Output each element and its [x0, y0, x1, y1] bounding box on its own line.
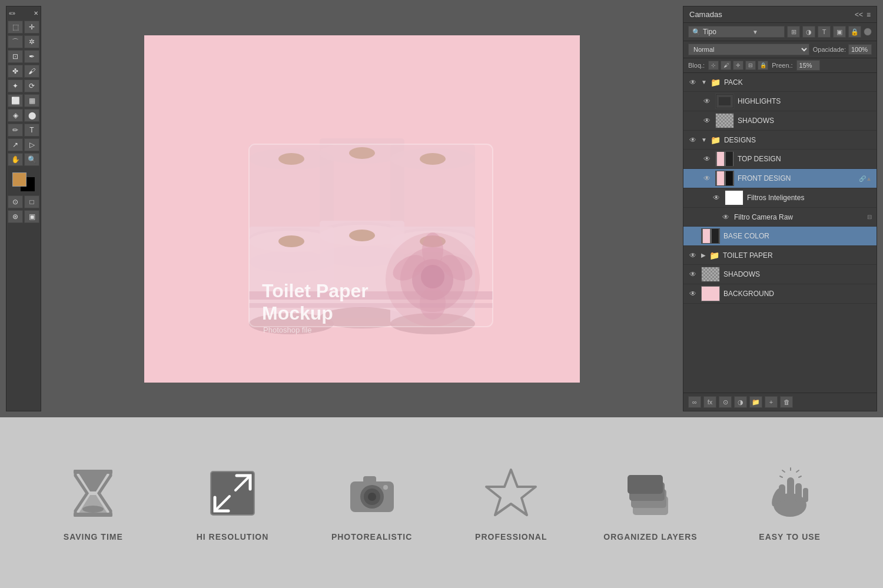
- hand-tool[interactable]: ✋: [8, 153, 23, 166]
- text-tool[interactable]: T: [24, 124, 39, 137]
- top-area: «» ✕ ⬚ ✛ ⌒ ✲ ⊡ ✒ ✤ 🖌 ✦ ⟳ ⬜ ▦ ◈ ⬤: [0, 0, 883, 417]
- layer-item-highlights[interactable]: 👁 HIGHLIGHTS: [683, 92, 877, 111]
- path-tool[interactable]: ↗: [8, 138, 23, 151]
- layer-item-background[interactable]: 👁 BACKGROUND: [683, 284, 877, 304]
- filter-btn-1[interactable]: ⊞: [787, 26, 800, 38]
- layer-item-designs[interactable]: 👁 ▼ 📁 DESIGNS: [683, 131, 877, 150]
- color-swatches[interactable]: [12, 172, 35, 191]
- screen-mode-tool[interactable]: □: [24, 195, 39, 208]
- pen-tool[interactable]: ✏: [8, 124, 23, 137]
- tool-row-6: ⬜ ▦: [8, 94, 39, 107]
- collapse-arrow-pack[interactable]: ▼: [701, 79, 707, 85]
- layer-item-pack[interactable]: 👁 ▼ 📁 PACK: [683, 73, 877, 92]
- blur-tool[interactable]: ◈: [8, 109, 23, 122]
- new-layer-btn[interactable]: +: [765, 396, 778, 408]
- opacity-input[interactable]: [848, 44, 872, 55]
- filtro-icon: ⊟: [867, 214, 872, 220]
- fill-value-input[interactable]: [796, 60, 820, 71]
- layer-eye-shadows2[interactable]: 👁: [688, 270, 698, 278]
- adjustment-btn[interactable]: ◑: [734, 396, 747, 408]
- layer-item-top-design[interactable]: 👁 TOP DESIGN: [683, 150, 877, 169]
- layer-item-filtros[interactable]: 👁 Filtros Inteligentes: [683, 188, 877, 208]
- eraser-tool[interactable]: ⬜: [8, 94, 23, 107]
- heal-tool[interactable]: ✤: [8, 65, 23, 78]
- lock-position-btn[interactable]: ⊹: [708, 61, 719, 70]
- mask-btn[interactable]: ⊙: [719, 396, 732, 408]
- opacity-label: Opacidade:: [813, 46, 846, 53]
- filter-btn-4[interactable]: ▣: [833, 26, 846, 38]
- layer-eye-top-design[interactable]: 👁: [702, 155, 712, 163]
- lock-artboards-btn[interactable]: ⊟: [745, 61, 756, 70]
- gradient-tool[interactable]: ▦: [24, 94, 39, 107]
- layer-search-input[interactable]: [703, 28, 750, 36]
- filter-btn-5[interactable]: 🔒: [848, 26, 861, 38]
- toolbar-collapse-btn[interactable]: «»: [9, 10, 15, 16]
- layer-eye-background[interactable]: 👁: [688, 290, 698, 298]
- layer-eye-highlights[interactable]: 👁: [702, 97, 712, 105]
- layer-item-shadows2[interactable]: 👁 SHADOWS: [683, 265, 877, 284]
- filter-toggle[interactable]: [864, 28, 872, 36]
- search-dropdown-icon[interactable]: ▼: [752, 29, 758, 35]
- layer-name-front-design: FRONT DESIGN: [738, 174, 855, 182]
- layer-item-base-color[interactable]: BASE COLOR: [683, 227, 877, 246]
- feature-easy-to-use: EASY TO USE: [737, 464, 843, 542]
- mask-tool[interactable]: ⊙: [8, 195, 23, 208]
- brush-tool[interactable]: 🖌: [24, 65, 39, 78]
- layers-list: 👁 ▼ 📁 PACK 👁 HIGHLIGHTS 👁 SHADOWS: [683, 73, 877, 393]
- folder-icon-designs: 📁: [711, 135, 721, 145]
- left-toolbar: «» ✕ ⬚ ✛ ⌒ ✲ ⊡ ✒ ✤ 🖌 ✦ ⟳ ⬜ ▦ ◈ ⬤: [6, 6, 41, 411]
- svg-marker-58: [486, 470, 536, 515]
- clone-tool[interactable]: ✦: [8, 79, 23, 92]
- panel-menu-btn[interactable]: ≡: [867, 11, 871, 19]
- extra-tool[interactable]: ⊛: [8, 210, 23, 223]
- selection-tool[interactable]: ⬚: [8, 21, 23, 34]
- layer-eye-toilet-paper[interactable]: 👁: [688, 251, 698, 260]
- collapse-arrow-toilet[interactable]: ▶: [701, 252, 706, 258]
- layer-eye-filtros[interactable]: 👁: [712, 194, 721, 202]
- panel-collapse-btn[interactable]: <<: [855, 11, 863, 19]
- collapse-arrow-designs[interactable]: ▼: [701, 137, 707, 143]
- history-tool[interactable]: ⟳: [24, 79, 39, 92]
- lasso-tool[interactable]: ⌒: [8, 35, 23, 48]
- toolbar-close-btn[interactable]: ✕: [34, 10, 38, 16]
- blend-mode-select[interactable]: Normal: [688, 44, 809, 55]
- group-btn[interactable]: 📁: [749, 396, 762, 408]
- eyedropper-tool[interactable]: ✒: [24, 50, 39, 63]
- extra-tool-2[interactable]: ▣: [24, 210, 39, 223]
- lock-all-btn[interactable]: 🔒: [758, 61, 768, 70]
- layer-eye-shadows[interactable]: 👁: [702, 117, 712, 125]
- crop-tool[interactable]: ⊡: [8, 50, 23, 63]
- layer-item-shadows[interactable]: 👁 SHADOWS: [683, 111, 877, 131]
- link-layers-btn[interactable]: ∞: [688, 396, 701, 408]
- tool-row-7: ◈ ⬤: [8, 109, 39, 122]
- zoom-tool[interactable]: 🔍: [24, 153, 39, 166]
- layer-eye-pack[interactable]: 👁: [688, 78, 698, 87]
- filter-btn-3[interactable]: T: [818, 26, 831, 38]
- move-tool[interactable]: ✛: [24, 21, 39, 34]
- filter-btn-2[interactable]: ◑: [802, 26, 815, 38]
- bottom-feature-bar: SAVING TIME HI RESOLUTION: [0, 417, 883, 588]
- fx-btn[interactable]: fx: [703, 396, 716, 408]
- tool-row-4: ✤ 🖌: [8, 65, 39, 78]
- layer-item-front-design[interactable]: 👁 FRONT DESIGN 🔗▲: [683, 169, 877, 188]
- layer-eye-filtro[interactable]: 👁: [721, 213, 731, 221]
- svg-point-57: [383, 485, 388, 490]
- foreground-color-swatch[interactable]: [12, 172, 26, 187]
- folder-icon-pack: 📁: [711, 78, 721, 87]
- magic-wand-tool[interactable]: ✲: [24, 35, 39, 48]
- delete-layer-btn[interactable]: 🗑: [780, 396, 793, 408]
- layer-item-filtro-camera[interactable]: 👁 Filtro Camera Raw ⊟: [683, 208, 877, 227]
- folder-icon-toilet: 📁: [709, 251, 719, 260]
- feature-saving-time: SAVING TIME: [40, 464, 146, 542]
- layer-thumb-shadows: [715, 113, 734, 128]
- lock-pixels-btn[interactable]: 🖌: [721, 61, 731, 70]
- layer-eye-designs[interactable]: 👁: [688, 136, 698, 144]
- shape-tool[interactable]: ▷: [24, 138, 39, 151]
- panel-search[interactable]: 🔍 ▼: [688, 26, 785, 38]
- layer-item-toilet-paper[interactable]: 👁 ▶ 📁 TOILET PAPER: [683, 246, 877, 265]
- layer-thumb-base-color: [701, 228, 720, 244]
- layer-eye-front-design[interactable]: 👁: [702, 174, 712, 182]
- lock-move-btn[interactable]: ✛: [733, 61, 743, 70]
- svg-point-56: [368, 493, 376, 501]
- dodge-tool[interactable]: ⬤: [24, 109, 39, 122]
